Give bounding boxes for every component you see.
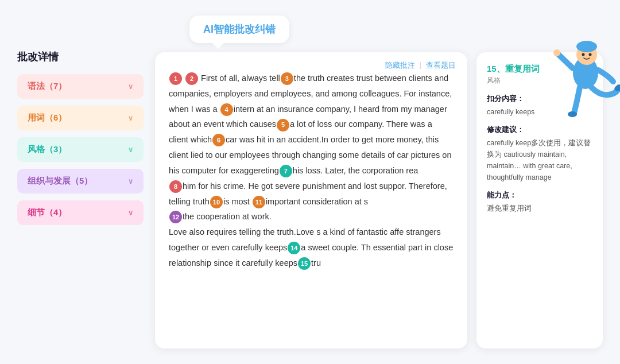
chevron-down-icon: ∨ [128,83,133,91]
suggest-content: carefully keep多次使用，建议替换为 cautiously main… [487,137,592,183]
badge-3: 3 [281,72,293,85]
divider: | [420,60,421,71]
badge-2: 2 [185,72,198,85]
sidebar-item-word-label: 用词（6） [28,113,67,123]
badge-8: 8 [169,180,182,193]
bubble-title: AI智能批改纠错 [203,24,276,35]
chevron-down-icon: ∨ [128,177,133,185]
chevron-down-icon: ∨ [128,209,133,217]
badge-10: 10 [210,196,223,208]
svg-point-4 [589,53,592,56]
hide-annotation-link[interactable]: 隐藏批注 [385,60,415,71]
svg-point-5 [568,111,577,117]
sidebar: 批改详情 语法（7） ∨ 用词（6） ∨ 风格（3） ∨ 组织与发展（5） ∨ … [17,16,144,348]
badge-4: 4 [220,103,233,116]
chevron-down-icon: ∨ [128,146,133,154]
text-panel: 隐藏批注 | 查看题目 1 2 First of all, always tel… [155,52,467,348]
svg-point-7 [553,49,560,56]
sidebar-item-word[interactable]: 用词（6） ∨ [17,106,144,130]
badge-15: 15 [298,257,311,270]
sidebar-item-style[interactable]: 风格（3） ∨ [17,137,144,162]
view-question-link[interactable]: 查看题目 [426,60,456,71]
sidebar-item-style-label: 风格（3） [28,144,67,155]
badge-6: 6 [212,134,225,146]
strength-title: 能力点： [487,190,592,200]
svg-point-2 [576,41,597,52]
content-area: 隐藏批注 | 查看题目 1 2 First of all, always tel… [155,52,603,348]
chevron-down-icon: ∨ [128,114,133,122]
main-panel: AI智能批改纠错 隐藏批注 | 查看题目 1 2 First of all, a… [155,16,603,348]
sidebar-item-org-label: 组织与发展（5） [28,176,92,187]
badge-1: 1 [169,72,182,85]
badge-12: 12 [169,211,182,223]
text-content: 1 2 First of all, always tell3the truth … [169,66,454,271]
sidebar-item-grammar[interactable]: 语法（7） ∨ [17,74,144,99]
badge-7: 7 [280,165,292,177]
suggest-title: 修改建议： [487,125,592,135]
badge-5: 5 [277,119,289,131]
sidebar-item-detail[interactable]: 细节（4） ∨ [17,200,144,225]
badge-11: 11 [253,196,265,208]
svg-point-3 [582,53,585,56]
strength-content: 避免重复用词 [487,203,592,214]
bubble-header: AI智能批改纠错 [189,16,289,43]
character-illustration [551,33,620,125]
sidebar-item-detail-label: 细节（4） [28,207,67,218]
badge-14: 14 [288,242,300,254]
sidebar-item-grammar-label: 语法（7） [28,81,67,92]
sidebar-item-org[interactable]: 组织与发展（5） ∨ [17,169,144,193]
text-actions: 隐藏批注 | 查看题目 [385,60,456,71]
sidebar-title: 批改详情 [17,50,144,64]
